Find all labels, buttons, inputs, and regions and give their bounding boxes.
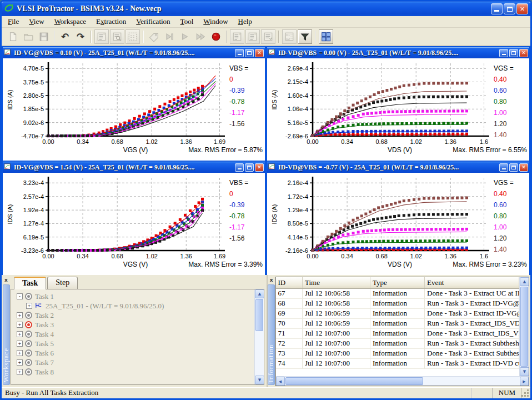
column-header-id[interactable]: ID: [276, 277, 303, 288]
workspace-strip[interactable]: Workspace: [3, 284, 10, 385]
tree-item[interactable]: +Task 3: [17, 320, 254, 329]
chart-window-title-bar[interactable]: ID-VD@VBS = -0.77 (V) - 25A_T25_01 (W/L/…: [267, 162, 529, 173]
doc-list-icon: [232, 32, 242, 42]
scroll-up-icon[interactable]: ▲: [255, 289, 264, 298]
expand-icon[interactable]: +: [17, 331, 23, 337]
status-bar: Busy - Run All Tasks Extraction NUM: [2, 387, 530, 398]
stop-record-button[interactable]: [209, 29, 223, 44]
column-header-type[interactable]: Type: [370, 277, 425, 288]
column-header-time[interactable]: Time: [303, 277, 370, 288]
chart-minimize-button[interactable]: [499, 49, 508, 57]
filter-button[interactable]: [298, 29, 312, 44]
app-logo-icon: [4, 3, 14, 15]
expand-icon[interactable]: +: [17, 359, 23, 366]
redo-button[interactable]: ↷: [73, 29, 88, 44]
tree-item[interactable]: +Task 6: [17, 348, 254, 358]
menu-view[interactable]: View: [24, 16, 49, 27]
expand-icon[interactable]: +: [17, 350, 23, 356]
scroll-down-icon[interactable]: ▼: [520, 367, 529, 376]
table-cell: Information: [370, 348, 425, 358]
information-close-icon[interactable]: x: [268, 276, 275, 283]
table-row[interactable]: 68Jul 12 10:06:58InformationRun - Task 3…: [276, 298, 519, 308]
minimize-button[interactable]: [491, 3, 503, 14]
tree-item[interactable]: +Task 5: [17, 339, 254, 348]
table-cell: Done - Task 3 - Extract ID-VG@: [425, 308, 519, 318]
expand-icon[interactable]: +: [26, 303, 32, 309]
chart-close-button[interactable]: ✕: [519, 49, 528, 57]
tree-item[interactable]: +Task 4: [17, 329, 254, 339]
chart-maximize-button[interactable]: [245, 49, 254, 57]
menu-help[interactable]: Help: [233, 16, 257, 27]
toolbar-separator: [315, 31, 316, 43]
table-row[interactable]: 72Jul 12 10:07:00InformationRun - Task 3…: [276, 338, 519, 348]
resize-grip[interactable]: [521, 388, 530, 398]
chart-window-title-bar[interactable]: ID-VD@VBS = 0.00 (V) - 25A_T25_01 (W/L/T…: [267, 47, 529, 58]
tile-windows-button[interactable]: [319, 29, 333, 44]
task-target-icon: [25, 331, 32, 338]
menu-tool[interactable]: Tool: [175, 16, 199, 27]
toolbar-separator: [54, 31, 55, 43]
chart-maximize-button[interactable]: [509, 49, 518, 57]
log-horizontal-scrollbar[interactable]: ◀ ▶: [276, 376, 529, 386]
table-cell: Jul 12 10:06:58: [303, 298, 370, 308]
table-row[interactable]: 69Jul 12 10:06:59InformationDone - Task …: [276, 308, 519, 318]
table-row[interactable]: 67Jul 12 10:06:58InformationDone - Task …: [276, 288, 519, 298]
chart-minimize-button[interactable]: [235, 49, 244, 57]
chart-maximize-button[interactable]: [509, 163, 518, 172]
expand-icon[interactable]: +: [17, 369, 23, 375]
menu-verification[interactable]: Verification: [131, 16, 175, 27]
chart-minimize-button[interactable]: [235, 163, 244, 172]
expand-icon[interactable]: +: [17, 341, 23, 347]
expand-icon[interactable]: +: [17, 322, 23, 328]
svg-text:1.69: 1.69: [214, 138, 225, 145]
workspace-panel: x Workspace Task Step -Task 1+25A_T25_01…: [2, 275, 267, 387]
scroll-down-icon[interactable]: ▼: [255, 376, 264, 384]
chart-window-icon: [268, 163, 276, 171]
chart-window-icon: [4, 163, 12, 171]
menu-extraction[interactable]: Extraction: [91, 16, 131, 27]
information-strip[interactable]: Information: [268, 284, 275, 385]
undo-button[interactable]: ↶: [58, 29, 72, 44]
chart-window-title-bar[interactable]: ID-VG@VDS = 0.10 (V) - 25A_T25_01 (W/L/T…: [3, 47, 265, 58]
tab-step[interactable]: Step: [47, 277, 78, 289]
tab-task[interactable]: Task: [14, 277, 46, 289]
tree-item[interactable]: +Task 7: [17, 358, 254, 367]
svg-text:1.36: 1.36: [445, 253, 456, 259]
tree-item[interactable]: -Task 1: [17, 292, 254, 301]
menu-window[interactable]: Window: [198, 16, 233, 27]
svg-text:IDS (A): IDS (A): [271, 89, 278, 109]
menu-workspace[interactable]: Workspace: [49, 16, 91, 27]
chart-minimize-button[interactable]: [499, 163, 508, 172]
svg-text:1.36: 1.36: [445, 138, 456, 145]
table-cell: Run - Task 3 - Extract ID-VD cu: [425, 358, 519, 368]
scroll-up-icon[interactable]: ▲: [520, 277, 529, 286]
scroll-right-icon[interactable]: ▶: [520, 377, 529, 386]
tree-item[interactable]: +Task 2: [17, 311, 254, 320]
expand-icon[interactable]: +: [17, 312, 23, 318]
svg-text:1.02: 1.02: [410, 253, 421, 259]
tree-item[interactable]: +Task 8: [17, 367, 254, 377]
maximize-button[interactable]: [504, 3, 515, 14]
step-run-button: [162, 29, 177, 44]
tree-scrollbar[interactable]: ▲ ▼: [254, 289, 264, 384]
chart-close-button[interactable]: ✕: [255, 163, 264, 172]
chart-window-title-bar[interactable]: ID-VG@VDS = 1.54 (V) - 25A_T25_01 (W/L/T…: [3, 162, 265, 173]
chart-maximize-button[interactable]: [245, 163, 254, 172]
title-bar[interactable]: VLSI ProTractor - BSIM3 v3.24 - New.vecp…: [2, 2, 530, 16]
log-vertical-scrollbar[interactable]: ▲ ▼: [519, 277, 529, 376]
tree-item[interactable]: +25A_T25_01 - (W/L/T = 9.01/8.96/25.0): [17, 301, 254, 311]
column-header-event[interactable]: Event: [425, 277, 519, 288]
workspace-close-icon[interactable]: x: [3, 276, 10, 283]
device-data-button: D1D2: [282, 29, 297, 44]
table-row[interactable]: 70Jul 12 10:06:59InformationRun - Task 3…: [276, 318, 519, 328]
svg-text:-0.39: -0.39: [229, 201, 245, 209]
table-row[interactable]: 74Jul 12 10:07:00InformationRun - Task 3…: [276, 358, 519, 368]
table-row[interactable]: 71Jul 12 10:07:00InformationDone - Task …: [276, 328, 519, 338]
close-button[interactable]: ✕: [516, 3, 528, 14]
menu-file[interactable]: File: [3, 16, 24, 27]
scroll-left-icon[interactable]: ◀: [276, 377, 285, 386]
collapse-icon[interactable]: -: [17, 293, 23, 299]
chart-close-button[interactable]: ✕: [519, 163, 528, 172]
table-row[interactable]: 73Jul 12 10:07:00InformationDone - Task …: [276, 348, 519, 358]
chart-close-button[interactable]: ✕: [255, 49, 264, 57]
